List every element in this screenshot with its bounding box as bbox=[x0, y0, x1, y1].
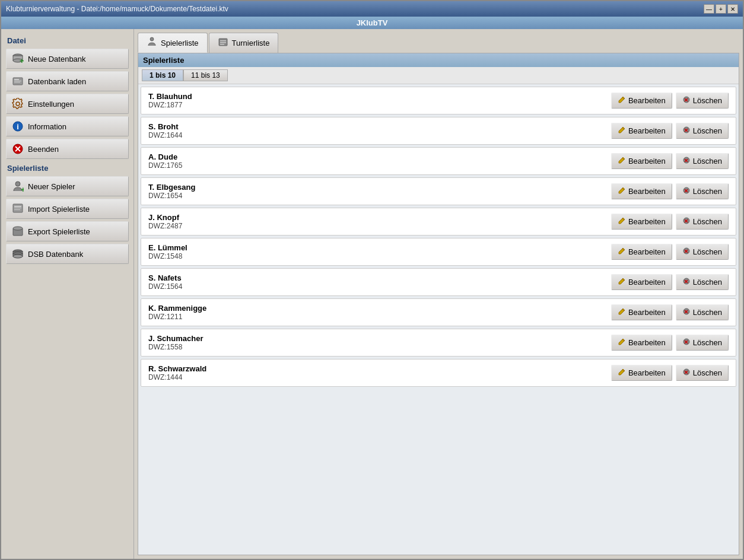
player-info: A. Dude DWZ:1765 bbox=[148, 152, 611, 170]
svg-point-14 bbox=[15, 182, 20, 186]
spielerliste-panel: Spielerliste 1 bis 10 11 bis 13 T. Blauh… bbox=[138, 53, 739, 555]
svg-point-8 bbox=[16, 102, 20, 106]
player-info: K. Rammenigge DWZ:1211 bbox=[148, 304, 611, 321]
bearbeiten-button[interactable]: Bearbeiten bbox=[611, 183, 672, 199]
neue-datenbank-label: Neue Datenbank bbox=[28, 55, 86, 63]
player-name: S. Nafets bbox=[148, 273, 611, 282]
minimize-button[interactable]: — bbox=[704, 4, 714, 14]
information-button[interactable]: i Information bbox=[6, 116, 129, 136]
svg-text:+: + bbox=[20, 56, 24, 65]
loeschen-button[interactable]: Löschen bbox=[676, 304, 729, 320]
player-info: T. Blauhund DWZ:1877 bbox=[148, 92, 611, 109]
bearbeiten-button[interactable]: Bearbeiten bbox=[611, 153, 672, 169]
beenden-label: Beenden bbox=[28, 145, 59, 154]
player-actions: Bearbeiten Löschen bbox=[611, 274, 729, 290]
neue-datenbank-button[interactable]: + Neue Datenbank bbox=[6, 49, 129, 69]
bearbeiten-button[interactable]: Bearbeiten bbox=[611, 304, 672, 320]
player-row: A. Dude DWZ:1765 Bearbeiten bbox=[141, 147, 736, 175]
einstellungen-label: Einstellungen bbox=[28, 100, 74, 109]
player-dwz: DWZ:1644 bbox=[148, 131, 611, 139]
dsb-datenbank-label: DSB Datenbank bbox=[28, 250, 83, 259]
bearbeiten-button[interactable]: Bearbeiten bbox=[611, 365, 672, 381]
title-bar: Klubturnierverwaltung - Datei:/home/mamu… bbox=[1, 1, 743, 17]
delete-icon bbox=[682, 277, 691, 287]
svg-text:+: + bbox=[21, 185, 24, 192]
edit-icon bbox=[618, 126, 626, 136]
player-dwz: DWZ:1564 bbox=[148, 282, 611, 291]
sidebar: Datei + Neue Datenbank bbox=[1, 29, 134, 559]
edit-icon bbox=[618, 96, 626, 106]
quit-icon bbox=[11, 142, 24, 155]
player-row: K. Rammenigge DWZ:1211 Bearbeiten bbox=[141, 298, 736, 326]
player-name: J. Knopf bbox=[148, 213, 611, 222]
page-1-10-button[interactable]: 1 bis 10 bbox=[142, 69, 183, 81]
player-actions: Bearbeiten Löschen bbox=[611, 183, 729, 199]
player-actions: Bearbeiten Löschen bbox=[611, 304, 729, 320]
spielerliste-section-label: Spielerliste bbox=[6, 161, 129, 174]
player-dwz: DWZ:1877 bbox=[148, 101, 611, 109]
bearbeiten-button[interactable]: Bearbeiten bbox=[611, 244, 672, 260]
close-button[interactable]: ✕ bbox=[727, 4, 738, 14]
player-dwz: DWZ:1548 bbox=[148, 252, 611, 260]
dsb-datenbank-button[interactable]: DSB Datenbank bbox=[6, 244, 129, 264]
loeschen-button[interactable]: Löschen bbox=[676, 93, 729, 109]
edit-icon bbox=[618, 368, 626, 378]
player-dwz: DWZ:1654 bbox=[148, 192, 611, 200]
player-name: T. Blauhund bbox=[148, 92, 611, 101]
maximize-button[interactable]: + bbox=[716, 4, 726, 14]
player-dwz: DWZ:1444 bbox=[148, 373, 611, 381]
player-info: J. Schumacher DWZ:1558 bbox=[148, 334, 611, 351]
beenden-button[interactable]: Beenden bbox=[6, 139, 129, 159]
loeschen-button[interactable]: Löschen bbox=[676, 244, 729, 260]
dsb-icon bbox=[11, 247, 24, 260]
import-spielerliste-label: Import Spielerliste bbox=[28, 205, 90, 214]
einstellungen-button[interactable]: Einstellungen bbox=[6, 94, 129, 114]
delete-icon bbox=[682, 247, 691, 257]
loeschen-button[interactable]: Löschen bbox=[676, 183, 729, 199]
tab-bar: Spielerliste Turnierliste bbox=[138, 33, 739, 53]
loeschen-button[interactable]: Löschen bbox=[676, 153, 729, 169]
player-actions: Bearbeiten Löschen bbox=[611, 93, 729, 109]
datenbank-laden-button[interactable]: Datenbank laden bbox=[6, 71, 129, 91]
loeschen-button[interactable]: Löschen bbox=[676, 365, 729, 381]
neuer-spieler-button[interactable]: + Neuer Spieler bbox=[6, 176, 129, 196]
app-title-bar: JKlubTV bbox=[1, 17, 743, 29]
delete-icon bbox=[682, 186, 691, 196]
bearbeiten-button[interactable]: Bearbeiten bbox=[611, 214, 672, 230]
player-actions: Bearbeiten Löschen bbox=[611, 153, 729, 169]
player-info: R. Schwarzwald DWZ:1444 bbox=[148, 364, 611, 381]
load-icon bbox=[11, 75, 24, 88]
loeschen-button[interactable]: Löschen bbox=[676, 214, 729, 230]
bearbeiten-button[interactable]: Bearbeiten bbox=[611, 123, 672, 139]
bearbeiten-button[interactable]: Bearbeiten bbox=[611, 335, 672, 351]
main-content: Spielerliste Turnierliste bbox=[134, 29, 743, 559]
window-controls: — + ✕ bbox=[704, 4, 738, 14]
tab-spielerliste[interactable]: Spielerliste bbox=[138, 33, 208, 53]
svg-rect-31 bbox=[220, 44, 224, 45]
svg-point-26 bbox=[13, 254, 23, 258]
pagination-bar: 1 bis 10 11 bis 13 bbox=[138, 67, 739, 84]
page-11-13-button[interactable]: 11 bis 13 bbox=[183, 69, 228, 81]
player-row: R. Schwarzwald DWZ:1444 Bearbeiten bbox=[141, 359, 736, 387]
player-actions: Bearbeiten Löschen bbox=[611, 214, 729, 230]
loeschen-button[interactable]: Löschen bbox=[676, 335, 729, 351]
delete-icon bbox=[682, 126, 691, 136]
player-info: S. Nafets DWZ:1564 bbox=[148, 273, 611, 291]
svg-rect-7 bbox=[14, 82, 20, 82]
player-actions: Bearbeiten Löschen bbox=[611, 244, 729, 260]
svg-rect-17 bbox=[14, 206, 21, 207]
edit-icon bbox=[618, 156, 626, 166]
bearbeiten-button[interactable]: Bearbeiten bbox=[611, 93, 672, 109]
bearbeiten-button[interactable]: Bearbeiten bbox=[611, 274, 672, 290]
loeschen-button[interactable]: Löschen bbox=[676, 123, 729, 139]
import-spielerliste-button[interactable]: Import Spielerliste bbox=[6, 199, 129, 219]
tab-turnierliste[interactable]: Turnierliste bbox=[209, 33, 279, 53]
svg-rect-6 bbox=[14, 81, 21, 81]
player-name: K. Rammenigge bbox=[148, 304, 611, 313]
svg-rect-30 bbox=[220, 42, 226, 43]
loeschen-button[interactable]: Löschen bbox=[676, 274, 729, 290]
export-spielerliste-button[interactable]: Export Spielerliste bbox=[6, 221, 129, 241]
svg-rect-19 bbox=[14, 209, 20, 210]
delete-icon bbox=[682, 338, 691, 348]
player-name: S. Broht bbox=[148, 122, 611, 131]
